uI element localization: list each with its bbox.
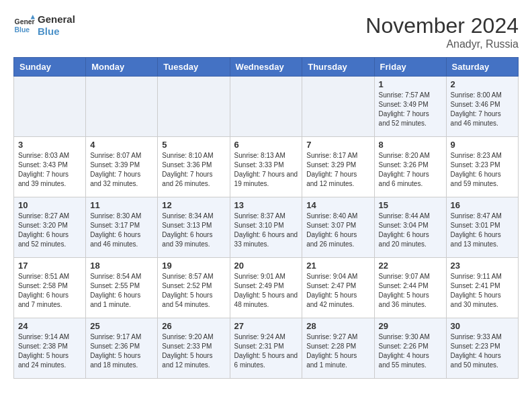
day-number: 16: [451, 200, 514, 210]
day-info: Sunrise: 9:01 AM Sunset: 2:49 PM Dayligh…: [234, 272, 298, 310]
day-number: 7: [306, 140, 369, 150]
day-number: 9: [451, 140, 514, 150]
day-info: Sunrise: 8:10 AM Sunset: 3:36 PM Dayligh…: [162, 151, 225, 189]
day-info: Sunrise: 8:20 AM Sunset: 3:26 PM Dayligh…: [379, 151, 442, 189]
day-info: Sunrise: 8:13 AM Sunset: 3:33 PM Dayligh…: [234, 151, 298, 189]
calendar-cell-w3-d1: 10Sunrise: 8:27 AM Sunset: 3:20 PM Dayli…: [14, 197, 86, 258]
calendar-cell-w5-d7: 30Sunrise: 9:33 AM Sunset: 2:23 PM Dayli…: [446, 318, 518, 379]
calendar-cell-w1-d1: [14, 77, 86, 137]
day-info: Sunrise: 8:00 AM Sunset: 3:46 PM Dayligh…: [451, 91, 514, 128]
calendar-cell-w3-d3: 12Sunrise: 8:34 AM Sunset: 3:13 PM Dayli…: [158, 197, 230, 258]
header-monday: Monday: [86, 58, 158, 77]
day-number: 2: [451, 79, 514, 89]
logo: General Blue General Blue: [13, 13, 75, 38]
day-info: Sunrise: 9:20 AM Sunset: 2:33 PM Dayligh…: [162, 332, 225, 370]
calendar-header-row: Sunday Monday Tuesday Wednesday Thursday…: [14, 58, 519, 77]
page-header: General Blue General Blue November 2024 …: [13, 13, 519, 50]
calendar-cell-w3-d7: 16Sunrise: 8:47 AM Sunset: 3:01 PM Dayli…: [446, 197, 518, 258]
day-number: 8: [379, 140, 442, 150]
day-info: Sunrise: 8:23 AM Sunset: 3:23 PM Dayligh…: [451, 151, 514, 189]
calendar-table: Sunday Monday Tuesday Wednesday Thursday…: [13, 57, 519, 379]
day-info: Sunrise: 9:24 AM Sunset: 2:31 PM Dayligh…: [234, 332, 298, 370]
calendar-cell-w1-d3: [158, 77, 230, 137]
calendar-cell-w5-d4: 27Sunrise: 9:24 AM Sunset: 2:31 PM Dayli…: [230, 318, 302, 379]
calendar-cell-w5-d5: 28Sunrise: 9:27 AM Sunset: 2:28 PM Dayli…: [302, 318, 374, 379]
day-number: 10: [18, 200, 81, 210]
calendar-week-3: 10Sunrise: 8:27 AM Sunset: 3:20 PM Dayli…: [14, 197, 519, 258]
location: Anadyr, Russia: [365, 38, 519, 50]
calendar-cell-w1-d5: [302, 77, 374, 137]
day-number: 18: [90, 261, 153, 271]
day-info: Sunrise: 8:27 AM Sunset: 3:20 PM Dayligh…: [18, 212, 81, 249]
calendar-cell-w1-d6: 1Sunrise: 7:57 AM Sunset: 3:49 PM Daylig…: [374, 77, 446, 137]
day-number: 4: [90, 140, 153, 150]
day-number: 29: [379, 321, 442, 331]
calendar-cell-w4-d5: 21Sunrise: 9:04 AM Sunset: 2:47 PM Dayli…: [302, 258, 374, 318]
day-number: 12: [162, 200, 225, 210]
day-info: Sunrise: 8:47 AM Sunset: 3:01 PM Dayligh…: [451, 212, 514, 249]
day-info: Sunrise: 8:40 AM Sunset: 3:07 PM Dayligh…: [306, 212, 369, 249]
day-number: 6: [234, 140, 298, 150]
day-number: 25: [90, 321, 153, 331]
day-number: 17: [18, 261, 81, 271]
day-number: 28: [306, 321, 369, 331]
day-number: 26: [162, 321, 225, 331]
day-number: 23: [451, 261, 514, 271]
day-info: Sunrise: 9:17 AM Sunset: 2:36 PM Dayligh…: [90, 332, 153, 370]
calendar-cell-w5-d1: 24Sunrise: 9:14 AM Sunset: 2:38 PM Dayli…: [14, 318, 86, 379]
calendar-cell-w3-d2: 11Sunrise: 8:30 AM Sunset: 3:17 PM Dayli…: [86, 197, 158, 258]
calendar-cell-w1-d7: 2Sunrise: 8:00 AM Sunset: 3:46 PM Daylig…: [446, 77, 518, 137]
day-info: Sunrise: 9:11 AM Sunset: 2:41 PM Dayligh…: [451, 272, 514, 310]
month-title: November 2024: [365, 13, 519, 38]
day-number: 27: [234, 321, 298, 331]
calendar-cell-w5-d2: 25Sunrise: 9:17 AM Sunset: 2:36 PM Dayli…: [86, 318, 158, 379]
header-tuesday: Tuesday: [158, 58, 230, 77]
day-info: Sunrise: 9:27 AM Sunset: 2:28 PM Dayligh…: [306, 332, 369, 370]
calendar-cell-w2-d4: 6Sunrise: 8:13 AM Sunset: 3:33 PM Daylig…: [230, 137, 302, 197]
calendar-cell-w1-d4: [230, 77, 302, 137]
calendar-cell-w5-d6: 29Sunrise: 9:30 AM Sunset: 2:26 PM Dayli…: [374, 318, 446, 379]
calendar-week-5: 24Sunrise: 9:14 AM Sunset: 2:38 PM Dayli…: [14, 318, 519, 379]
day-number: 11: [90, 200, 153, 210]
day-info: Sunrise: 8:34 AM Sunset: 3:13 PM Dayligh…: [162, 212, 225, 249]
day-info: Sunrise: 9:33 AM Sunset: 2:23 PM Dayligh…: [451, 332, 514, 370]
calendar-cell-w4-d1: 17Sunrise: 8:51 AM Sunset: 2:58 PM Dayli…: [14, 258, 86, 318]
calendar-cell-w2-d5: 7Sunrise: 8:17 AM Sunset: 3:29 PM Daylig…: [302, 137, 374, 197]
day-info: Sunrise: 9:04 AM Sunset: 2:47 PM Dayligh…: [306, 272, 369, 310]
calendar-cell-w4-d2: 18Sunrise: 8:54 AM Sunset: 2:55 PM Dayli…: [86, 258, 158, 318]
logo-icon: General Blue: [13, 15, 35, 36]
calendar-cell-w2-d6: 8Sunrise: 8:20 AM Sunset: 3:26 PM Daylig…: [374, 137, 446, 197]
logo-subtext: Blue: [38, 26, 75, 38]
header-saturday: Saturday: [446, 58, 518, 77]
day-info: Sunrise: 7:57 AM Sunset: 3:49 PM Dayligh…: [379, 91, 442, 128]
calendar-cell-w3-d6: 15Sunrise: 8:44 AM Sunset: 3:04 PM Dayli…: [374, 197, 446, 258]
day-number: 19: [162, 261, 225, 271]
day-info: Sunrise: 8:57 AM Sunset: 2:52 PM Dayligh…: [162, 272, 225, 310]
header-wednesday: Wednesday: [230, 58, 302, 77]
calendar-cell-w4-d3: 19Sunrise: 8:57 AM Sunset: 2:52 PM Dayli…: [158, 258, 230, 318]
calendar-week-2: 3Sunrise: 8:03 AM Sunset: 3:43 PM Daylig…: [14, 137, 519, 197]
day-number: 5: [162, 140, 225, 150]
day-info: Sunrise: 8:37 AM Sunset: 3:10 PM Dayligh…: [234, 212, 298, 249]
calendar-cell-w2-d2: 4Sunrise: 8:07 AM Sunset: 3:39 PM Daylig…: [86, 137, 158, 197]
day-info: Sunrise: 8:17 AM Sunset: 3:29 PM Dayligh…: [306, 151, 369, 189]
day-info: Sunrise: 8:07 AM Sunset: 3:39 PM Dayligh…: [90, 151, 153, 189]
day-info: Sunrise: 8:44 AM Sunset: 3:04 PM Dayligh…: [379, 212, 442, 249]
logo-text: General: [38, 13, 75, 26]
header-thursday: Thursday: [302, 58, 374, 77]
calendar-week-4: 17Sunrise: 8:51 AM Sunset: 2:58 PM Dayli…: [14, 258, 519, 318]
title-block: November 2024 Anadyr, Russia: [365, 13, 519, 50]
day-number: 15: [379, 200, 442, 210]
calendar-cell-w1-d2: [86, 77, 158, 137]
day-info: Sunrise: 9:14 AM Sunset: 2:38 PM Dayligh…: [18, 332, 81, 370]
header-friday: Friday: [374, 58, 446, 77]
header-sunday: Sunday: [14, 58, 86, 77]
calendar-cell-w4-d4: 20Sunrise: 9:01 AM Sunset: 2:49 PM Dayli…: [230, 258, 302, 318]
calendar-cell-w4-d7: 23Sunrise: 9:11 AM Sunset: 2:41 PM Dayli…: [446, 258, 518, 318]
day-number: 20: [234, 261, 298, 271]
calendar-cell-w2-d7: 9Sunrise: 8:23 AM Sunset: 3:23 PM Daylig…: [446, 137, 518, 197]
svg-marker-2: [31, 15, 35, 19]
calendar-cell-w5-d3: 26Sunrise: 9:20 AM Sunset: 2:33 PM Dayli…: [158, 318, 230, 379]
day-info: Sunrise: 8:54 AM Sunset: 2:55 PM Dayligh…: [90, 272, 153, 310]
day-info: Sunrise: 8:03 AM Sunset: 3:43 PM Dayligh…: [18, 151, 81, 189]
